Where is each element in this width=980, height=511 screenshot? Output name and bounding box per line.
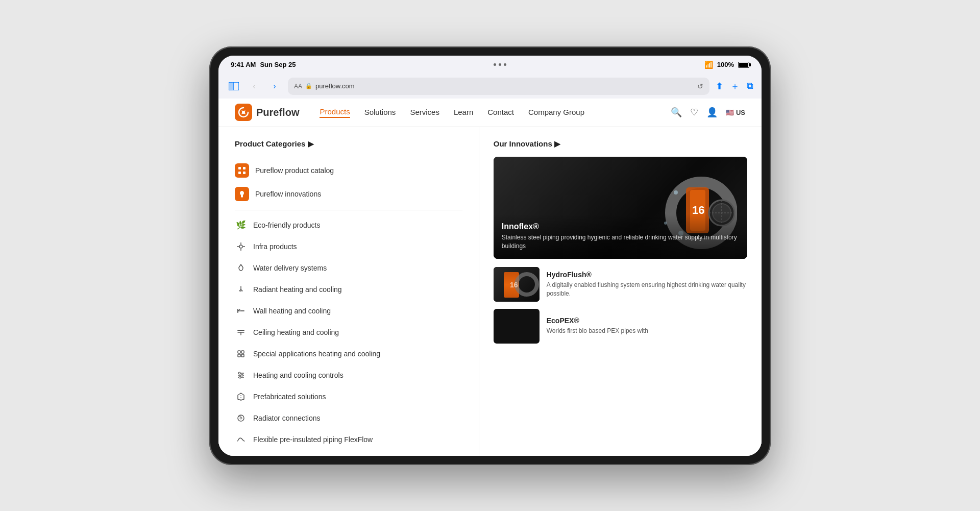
pureflow-logo-icon: [235, 104, 252, 121]
status-dots: [494, 63, 506, 66]
wall-icon: [235, 305, 247, 317]
hydroflush-text: HydroFlush® A digitally enabled flushing…: [547, 267, 747, 302]
nav-services[interactable]: Services: [410, 108, 439, 117]
category-radiator[interactable]: Radiator connections: [235, 407, 462, 429]
category-prefab[interactable]: Prefabricated solutions: [235, 386, 462, 407]
svg-point-31: [239, 376, 241, 378]
hydroflush-name: HydroFlush®: [547, 271, 747, 279]
svg-rect-7: [238, 172, 241, 174]
svg-point-33: [240, 417, 242, 419]
svg-text:16: 16: [510, 281, 518, 289]
category-ceiling[interactable]: Ceiling heating and cooling: [235, 322, 462, 343]
battery-fill: [739, 63, 748, 67]
aa-label[interactable]: AA: [294, 83, 302, 90]
website: Pureflow Products Solutions Services Lea…: [218, 99, 762, 456]
category-prefab-label: Prefabricated solutions: [253, 393, 326, 401]
nav-company-group[interactable]: Company Group: [528, 108, 584, 117]
innovations-icon: [235, 187, 249, 201]
new-tab-button[interactable]: ＋: [730, 80, 740, 92]
category-water[interactable]: Water delivery systems: [235, 257, 462, 279]
svg-rect-8: [243, 172, 246, 174]
svg-rect-0: [229, 82, 233, 90]
innovation-ecopex[interactable]: EcoPEX® Worlds first bio based PEX pipes…: [494, 309, 747, 344]
category-controls[interactable]: Heating and cooling controls: [235, 364, 462, 386]
dot-2: [499, 63, 501, 66]
category-radiant[interactable]: Radiant heating and cooling: [235, 279, 462, 300]
nav-actions: 🔍 ♡ 👤 🇺🇸 US: [671, 107, 745, 118]
svg-rect-9: [241, 197, 243, 198]
category-eco[interactable]: 🌿 Eco-friendly products: [235, 214, 462, 236]
controls-icon: [235, 369, 247, 381]
innovation-hydroflush[interactable]: 16 HydroFlush® A digitally enabled flush…: [494, 267, 747, 302]
svg-rect-22: [238, 351, 240, 353]
back-button[interactable]: ‹: [247, 79, 261, 93]
tabs-button[interactable]: ⧉: [747, 81, 753, 91]
category-infra[interactable]: Infra products: [235, 236, 462, 257]
hydroflush-thumb: 16: [494, 267, 540, 302]
category-water-label: Water delivery systems: [253, 264, 327, 272]
catalog-divider: [235, 210, 462, 210]
infra-icon: [235, 240, 247, 253]
share-button[interactable]: ⬆: [716, 81, 723, 92]
innovations-title: Our Innovations ▶: [494, 139, 747, 149]
eco-icon: 🌿: [235, 219, 247, 231]
category-radiator-label: Radiator connections: [253, 414, 321, 422]
wifi-icon: 📶: [704, 61, 713, 69]
lock-icon: 🔒: [305, 83, 312, 89]
wishlist-icon[interactable]: ♡: [690, 107, 698, 118]
logo[interactable]: Pureflow: [235, 104, 299, 121]
category-special[interactable]: Special applications heating and cooling: [235, 343, 462, 364]
ceiling-icon: [235, 326, 247, 338]
thumb-pipe: 16: [494, 267, 540, 302]
status-date: Sun Sep 25: [260, 61, 296, 68]
nav-links: Products Solutions Services Learn Contac…: [320, 107, 670, 118]
category-wall[interactable]: Wall heating and cooling: [235, 300, 462, 322]
category-radiant-label: Radiant heating and cooling: [253, 285, 342, 294]
nav-contact[interactable]: Contact: [487, 108, 514, 117]
locale-selector[interactable]: 🇺🇸 US: [726, 109, 745, 116]
hero-product-name: Innoflex®: [502, 222, 739, 231]
category-ceiling-label: Ceiling heating and cooling: [253, 328, 339, 336]
nav-products[interactable]: Products: [320, 107, 350, 118]
radiant-icon: [235, 283, 247, 296]
forward-button[interactable]: ›: [267, 79, 282, 93]
catalog-item-innovations[interactable]: Pureflow innovations: [235, 182, 462, 206]
catalog-item-product-catalog[interactable]: Pureflow product catalog: [235, 159, 462, 182]
account-icon[interactable]: 👤: [706, 107, 718, 118]
battery-pct: 100%: [717, 61, 734, 68]
hydroflush-desc: A digitally enabled flushing system ensu…: [547, 281, 747, 298]
ecopex-name: EcoPEX®: [547, 317, 648, 325]
ecopex-desc: Worlds first bio based PEX pipes with: [547, 327, 648, 335]
dot-1: [494, 63, 496, 66]
hero-product-desc: Stainless steel piping providing hygieni…: [502, 233, 739, 251]
svg-rect-23: [241, 351, 244, 353]
category-controls-label: Heating and cooling controls: [253, 371, 344, 379]
category-flexflow[interactable]: Flexible pre-insulated piping FlexFlow: [235, 429, 462, 450]
svg-point-30: [241, 374, 243, 376]
svg-rect-24: [238, 354, 240, 357]
refresh-icon[interactable]: ↺: [697, 82, 703, 90]
right-panel: Our Innovations ▶: [479, 127, 762, 456]
flag-icon: 🇺🇸: [726, 109, 734, 116]
ipad-screen: 9:41 AM Sun Sep 25 📶 100%: [218, 56, 762, 456]
svg-point-42: [674, 190, 678, 194]
svg-rect-25: [241, 354, 244, 357]
category-infra-label: Infra products: [253, 242, 297, 251]
nav-solutions[interactable]: Solutions: [364, 108, 396, 117]
nav-learn[interactable]: Learn: [454, 108, 473, 117]
search-icon[interactable]: 🔍: [671, 107, 682, 118]
category-flexflow-label: Flexible pre-insulated piping FlexFlow: [253, 435, 373, 444]
dot-3: [504, 63, 506, 66]
ecopex-thumb: [494, 309, 540, 344]
hero-background: 16: [494, 157, 747, 259]
address-bar[interactable]: AA 🔒 pureflow.com ↺: [288, 78, 709, 95]
logo-text: Pureflow: [256, 107, 299, 118]
url-display[interactable]: pureflow.com: [315, 82, 355, 90]
radiator-icon: [235, 412, 247, 424]
sidebar-toggle-button[interactable]: [227, 79, 241, 93]
hero-text-overlay: Innoflex® Stainless steel piping providi…: [494, 214, 747, 259]
thumb-black-bg: [494, 309, 540, 344]
battery-icon: [738, 62, 749, 68]
svg-rect-6: [243, 167, 246, 169]
innovation-hero-innoflex[interactable]: 16: [494, 157, 747, 259]
